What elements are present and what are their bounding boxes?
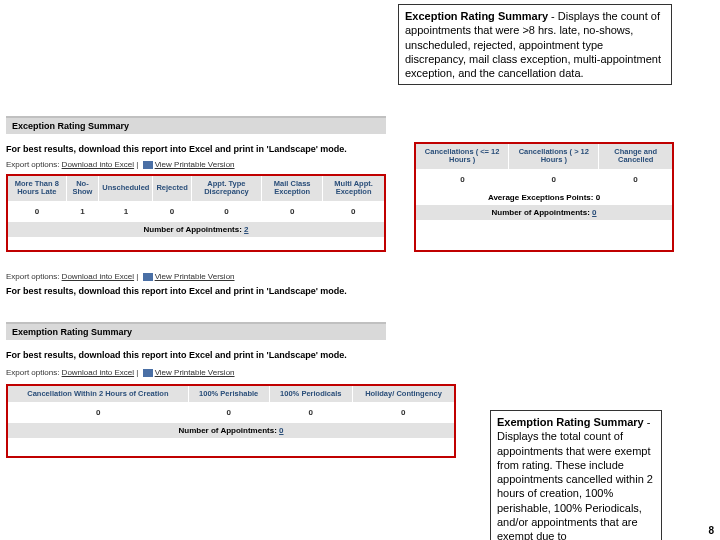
exemption-table-panel: Cancellation Within 2 Hours of Creation … (6, 384, 456, 458)
download-excel-link[interactable]: Download into Excel (62, 368, 134, 377)
callout-exemption: Exemption Rating Summary - Displays the … (490, 410, 662, 540)
page-number: 8 (708, 525, 714, 536)
footer-value: 2 (244, 225, 248, 234)
col-header: More Than 8 Hours Late (8, 176, 66, 201)
cell: 0 (262, 201, 323, 222)
cell: 1 (66, 201, 99, 222)
callout-exception-title: Exception Rating Summary (405, 10, 548, 22)
col-header: Appt. Type Discrepancy (191, 176, 261, 201)
footer-label: Number of Appointments: (143, 225, 241, 234)
col-header: Multi Appt. Exception (323, 176, 384, 201)
view-printable-link[interactable]: View Printable Version (155, 160, 235, 169)
exception-table-panel: More Than 8 Hours Late No-Show Unschedul… (6, 174, 386, 252)
instruction-text-2: For best results, download this report i… (6, 286, 347, 296)
footer-count: Number of Appointments: 0 (8, 423, 454, 438)
cell: 0 (269, 402, 352, 423)
cell: 0 (509, 169, 599, 190)
col-header: 100% Perishable (188, 386, 269, 402)
cell: 0 (8, 402, 188, 423)
section-header-exemption: Exemption Rating Summary (6, 322, 386, 340)
footer-count: Number of Appointments: 0 (416, 205, 672, 220)
callout-exception: Exception Rating Summary - Displays the … (398, 4, 672, 85)
download-excel-link[interactable]: Download into Excel (62, 272, 134, 281)
exemption-table: Cancellation Within 2 Hours of Creation … (8, 386, 454, 423)
cell: 0 (599, 169, 672, 190)
callout-exemption-body: - Displays the total count of appointmen… (497, 416, 653, 540)
col-header: Mail Class Exception (262, 176, 323, 201)
print-icon (143, 161, 153, 169)
export-label: Export options: (6, 272, 59, 281)
export-label: Export options: (6, 368, 59, 377)
cancellations-table-panel: Cancellations ( <= 12 Hours ) Cancellati… (414, 142, 674, 252)
cell: 0 (8, 201, 66, 222)
cell: 0 (188, 402, 269, 423)
download-excel-link[interactable]: Download into Excel (62, 160, 134, 169)
cell: 0 (416, 169, 509, 190)
export-row-3: Export options: Download into Excel | Vi… (6, 368, 235, 377)
cell: 0 (153, 201, 191, 222)
cell: 0 (191, 201, 261, 222)
col-header: Rejected (153, 176, 191, 201)
section-header-exception: Exception Rating Summary (6, 116, 386, 134)
table-row: 0 0 0 (416, 169, 672, 190)
col-header: Cancellations ( > 12 Hours ) (509, 144, 599, 169)
export-row-2: Export options: Download into Excel | Vi… (6, 272, 235, 281)
footer-label: Number of Appointments: (178, 426, 276, 435)
footer-value: 0 (279, 426, 283, 435)
instruction-text-1: For best results, download this report i… (6, 144, 347, 154)
col-header: Unscheduled (99, 176, 153, 201)
col-header: Holiday/ Contingency (352, 386, 454, 402)
export-label: Export options: (6, 160, 59, 169)
footer-count: Number of Appointments: 2 (8, 222, 384, 237)
exception-table: More Than 8 Hours Late No-Show Unschedul… (8, 176, 384, 222)
table-row: 0 1 1 0 0 0 0 (8, 201, 384, 222)
footer-label: Number of Appointments: (491, 208, 589, 217)
cell: 0 (352, 402, 454, 423)
callout-exemption-title: Exemption Rating Summary (497, 416, 644, 428)
instruction-text-3: For best results, download this report i… (6, 350, 347, 360)
view-printable-link[interactable]: View Printable Version (155, 368, 235, 377)
footer-value: 0 (592, 208, 596, 217)
col-header: Change and Cancelled (599, 144, 672, 169)
col-header: Cancellation Within 2 Hours of Creation (8, 386, 188, 402)
table-row: 0 0 0 0 (8, 402, 454, 423)
view-printable-link[interactable]: View Printable Version (155, 272, 235, 281)
cell: 0 (323, 201, 384, 222)
col-header: Cancellations ( <= 12 Hours ) (416, 144, 509, 169)
cancellations-table: Cancellations ( <= 12 Hours ) Cancellati… (416, 144, 672, 190)
print-icon (143, 273, 153, 281)
cell: 1 (99, 201, 153, 222)
avg-exceptions-points: Average Exceptions Points: 0 (416, 190, 672, 205)
export-row-1: Export options: Download into Excel | Vi… (6, 160, 235, 169)
col-header: 100% Periodicals (269, 386, 352, 402)
print-icon (143, 369, 153, 377)
col-header: No-Show (66, 176, 99, 201)
